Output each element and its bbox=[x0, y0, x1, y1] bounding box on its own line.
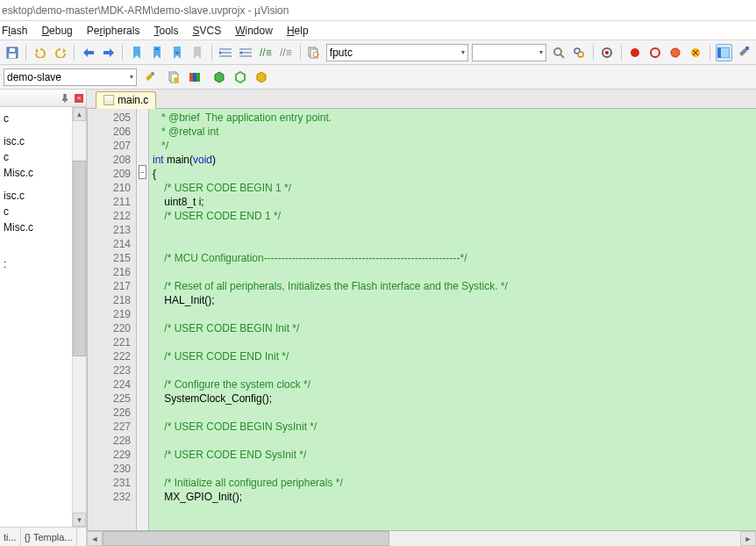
menu-tools[interactable]: Tools bbox=[153, 25, 178, 37]
file-tab-strip: main.c bbox=[87, 90, 756, 109]
redo-icon[interactable] bbox=[52, 44, 68, 61]
line-gutter: 2052062072082092102112122132142152162172… bbox=[88, 109, 137, 530]
svg-point-15 bbox=[651, 48, 660, 57]
window-title: esktop\demo-master\MDK-ARM\demo-slave.uv… bbox=[0, 0, 756, 21]
window-layout-icon[interactable] bbox=[716, 44, 732, 61]
svg-text://≡: //≡ bbox=[260, 47, 272, 58]
target-combo[interactable]: demo-slave▾ bbox=[4, 68, 137, 86]
main-toolbar: //≡ //≡ fputc▾ ▾ bbox=[0, 40, 756, 65]
sidebar-tab-1[interactable]: ti... bbox=[0, 528, 21, 546]
svg-rect-28 bbox=[189, 73, 193, 82]
bookmark-toggle-icon[interactable] bbox=[128, 44, 145, 61]
sidebar-header: × bbox=[0, 90, 86, 107]
svg-rect-23 bbox=[745, 47, 749, 50]
menu-flash[interactable]: Flash bbox=[2, 25, 27, 37]
svg-point-11 bbox=[578, 52, 583, 57]
svg-text://≡: //≡ bbox=[280, 47, 292, 58]
svg-point-14 bbox=[631, 48, 639, 57]
breakpoint-kill-icon[interactable] bbox=[688, 44, 704, 61]
find-icon[interactable] bbox=[550, 44, 567, 61]
breakpoint-disable-icon[interactable] bbox=[667, 44, 684, 61]
sidebar-tabs: ti... {} Templa... bbox=[0, 527, 86, 546]
menu-help[interactable]: Help bbox=[287, 25, 309, 37]
build-toolbar: demo-slave▾ bbox=[0, 65, 756, 90]
file-tab-main-c[interactable]: main.c bbox=[96, 91, 156, 109]
sidebar-close-icon[interactable]: × bbox=[72, 92, 86, 104]
menu-peripherals[interactable]: Peripherals bbox=[87, 25, 140, 37]
breakpoint-insert-icon[interactable] bbox=[627, 44, 644, 61]
manage-rte-icon[interactable] bbox=[210, 68, 228, 86]
bookmark-clear-icon[interactable] bbox=[189, 44, 205, 61]
books-icon[interactable] bbox=[186, 68, 203, 86]
select-packs-icon[interactable] bbox=[232, 68, 249, 86]
indent-icon[interactable] bbox=[218, 44, 234, 61]
project-sidebar: × cisc.ccMisc.cisc.ccMisc.c: ▲ ▼ ti... {… bbox=[0, 90, 87, 546]
code-editor[interactable]: 2052062072082092102112122132142152162172… bbox=[87, 109, 756, 530]
fold-margin[interactable]: − bbox=[137, 109, 149, 530]
svg-point-8 bbox=[554, 48, 561, 55]
sidebar-tab-templates[interactable]: {} Templa... bbox=[21, 528, 77, 546]
menu-bar: Flash Debug Peripherals Tools SVCS Windo… bbox=[0, 21, 756, 40]
bookmark-next-icon[interactable] bbox=[168, 44, 185, 61]
menu-debug[interactable]: Debug bbox=[41, 25, 72, 37]
configure-icon[interactable] bbox=[736, 44, 752, 61]
svg-point-24 bbox=[151, 72, 154, 75]
debug-icon[interactable] bbox=[599, 44, 616, 61]
c-file-icon bbox=[103, 95, 114, 105]
incremental-find-icon[interactable] bbox=[570, 44, 587, 61]
find-combo[interactable]: fputc▾ bbox=[326, 44, 468, 61]
sidebar-pin-icon[interactable] bbox=[58, 92, 72, 104]
code-text[interactable]: * @brief The application entry point. * … bbox=[149, 109, 756, 530]
sidebar-vscroll[interactable]: ▲ ▼ bbox=[72, 107, 86, 527]
svg-point-13 bbox=[605, 51, 609, 54]
title-text: esktop\demo-master\MDK-ARM\demo-slave.uv… bbox=[2, 4, 289, 17]
options-icon[interactable] bbox=[140, 68, 158, 86]
outdent-icon[interactable] bbox=[238, 44, 254, 61]
save-icon[interactable] bbox=[4, 44, 20, 61]
nav-back-icon[interactable] bbox=[80, 44, 96, 61]
find-files-icon[interactable] bbox=[306, 44, 323, 61]
nav-fwd-icon[interactable] bbox=[100, 44, 117, 61]
svg-rect-22 bbox=[717, 47, 721, 58]
find-combo2[interactable]: ▾ bbox=[472, 44, 547, 61]
svg-rect-1 bbox=[9, 54, 16, 58]
editor-area: main.c 205206207208209210211212213214215… bbox=[87, 90, 756, 546]
bookmark-prev-icon[interactable] bbox=[148, 44, 165, 61]
svg-line-9 bbox=[560, 54, 564, 58]
uncomment-icon[interactable]: //≡ bbox=[278, 44, 295, 61]
menu-svcs[interactable]: SVCS bbox=[192, 25, 221, 37]
undo-icon[interactable] bbox=[32, 44, 48, 61]
pack-installer-icon[interactable] bbox=[253, 68, 270, 86]
comment-icon[interactable]: //≡ bbox=[258, 44, 275, 61]
svg-point-27 bbox=[174, 77, 179, 83]
breakpoint-enable-icon[interactable] bbox=[647, 44, 664, 61]
svg-rect-2 bbox=[10, 48, 15, 52]
file-ext-icon[interactable] bbox=[165, 68, 182, 86]
menu-window[interactable]: Window bbox=[235, 25, 273, 37]
svg-rect-29 bbox=[193, 73, 196, 82]
file-tab-label: main.c bbox=[118, 94, 148, 106]
editor-hscroll[interactable]: ◄ ► bbox=[87, 530, 756, 546]
svg-rect-30 bbox=[196, 73, 200, 82]
